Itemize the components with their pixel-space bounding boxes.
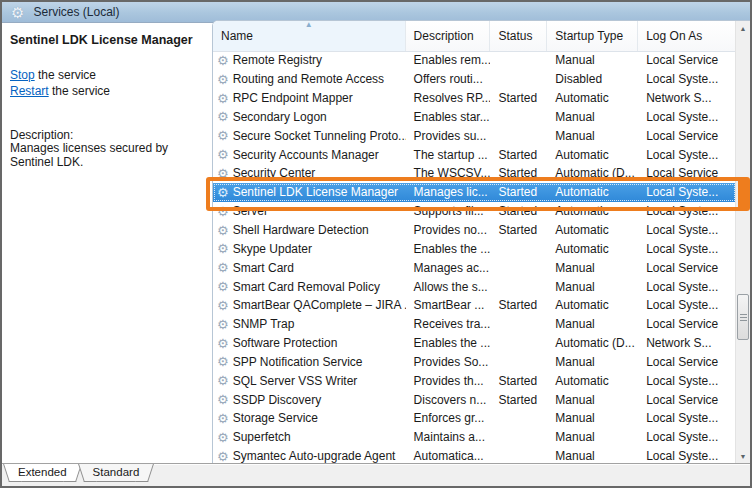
service-log-on-as: Local Syste... [638, 449, 736, 463]
service-name: SSDP Discovery [233, 393, 321, 407]
service-row[interactable]: ⚙Secure Socket Tunneling Proto... Provid… [213, 126, 736, 145]
service-log-on-as: Local Service [638, 261, 736, 275]
service-name: Security Accounts Manager [233, 148, 379, 162]
service-row[interactable]: ⚙Security Accounts Manager The startup .… [213, 145, 736, 164]
extended-info-panel: Sentinel LDK License Manager Stop the se… [2, 23, 212, 464]
service-rows: ⚙Remote Registry Enables rem... Manual L… [213, 51, 736, 464]
vertical-scrollbar[interactable]: ▲ ▼ [735, 21, 750, 464]
service-gear-icon: ⚙ [217, 73, 229, 86]
service-name-cell: ⚙Remote Registry [213, 53, 406, 67]
service-row[interactable]: ⚙Smart Card Manages ac... Manual Local S… [213, 258, 736, 277]
service-startup-type: Automatic [547, 91, 638, 105]
column-header-name-label: Name [221, 29, 253, 43]
list-header: ▲ Name Description Status Startup Type L… [213, 21, 736, 52]
service-log-on-as: Local Service [638, 166, 736, 180]
service-description: Resolves RP... [406, 91, 491, 105]
service-row[interactable]: ⚙Symantec Auto-upgrade Agent Automatica.… [213, 447, 736, 464]
service-log-on-as: Local Service [638, 393, 736, 407]
service-log-on-as: Local Syste... [638, 242, 736, 256]
service-row[interactable]: ⚙Skype Updater Enables the ... Automatic… [213, 239, 736, 258]
service-row[interactable]: ⚙Software Protection Enables the ... Aut… [213, 334, 736, 353]
service-name-cell: ⚙RPC Endpoint Mapper [213, 91, 406, 105]
service-name: SQL Server VSS Writer [233, 374, 358, 388]
service-description: Enables star... [406, 110, 491, 124]
view-tab-strip: Extended Standard [2, 463, 750, 486]
service-gear-icon: ⚙ [217, 299, 229, 312]
service-startup-type: Automatic [547, 223, 638, 237]
service-row[interactable]: ⚙SPP Notification Service Provides So...… [213, 353, 736, 372]
services-window: ⚙ Services (Local) Sentinel LDK License … [0, 0, 752, 488]
service-startup-type: Automatic [547, 242, 638, 256]
restart-service-text: the service [49, 84, 110, 98]
service-row[interactable]: ⚙SSDP Discovery Discovers n... Started M… [213, 390, 736, 409]
service-name-cell: ⚙Sentinel LDK License Manager [213, 185, 406, 199]
service-description: SmartBear ... [406, 298, 491, 312]
tab-standard[interactable]: Standard [87, 464, 146, 482]
service-name-cell: ⚙Smart Card Removal Policy [213, 280, 406, 294]
service-gear-icon: ⚙ [217, 205, 229, 218]
service-gear-icon: ⚙ [217, 355, 229, 368]
services-list: ▲ Name Description Status Startup Type L… [212, 20, 750, 464]
service-name-cell: ⚙Skype Updater [213, 242, 406, 256]
service-gear-icon: ⚙ [217, 393, 229, 406]
scroll-down-button[interactable]: ▼ [736, 449, 750, 464]
service-name: Routing and Remote Access [233, 72, 384, 86]
service-name-cell: ⚙SQL Server VSS Writer [213, 374, 406, 388]
service-row[interactable]: ⚙RPC Endpoint Mapper Resolves RP... Star… [213, 89, 736, 108]
scrollbar-grip [740, 314, 747, 321]
service-startup-type: Manual [547, 393, 638, 407]
service-row[interactable]: ⚙Shell Hardware Detection Provides no...… [213, 221, 736, 240]
service-row[interactable]: ⚙Routing and Remote Access Offers routi.… [213, 70, 736, 89]
service-gear-icon: ⚙ [217, 92, 229, 105]
service-name: Superfetch [233, 430, 291, 444]
tab-extended[interactable]: Extended [12, 464, 73, 482]
service-startup-type: Automatic [547, 374, 638, 388]
service-row[interactable]: ⚙SmartBear QAComplete – JIRA ... SmartBe… [213, 296, 736, 315]
service-name: Software Protection [233, 336, 338, 350]
service-row[interactable]: ⚙Superfetch Maintains a... Manual Local … [213, 428, 736, 447]
scroll-up-button[interactable]: ▲ [736, 21, 750, 36]
description-label: Description: [10, 128, 73, 142]
column-header-startup-type[interactable]: Startup Type [547, 21, 638, 51]
service-startup-type: Manual [547, 261, 638, 275]
service-startup-type: Manual [547, 110, 638, 124]
service-name-cell: ⚙Shell Hardware Detection [213, 223, 406, 237]
service-description: Provides So... [406, 355, 491, 369]
service-name: Smart Card Removal Policy [233, 280, 380, 294]
service-log-on-as: Local Syste... [638, 280, 736, 294]
service-row[interactable]: ⚙Remote Registry Enables rem... Manual L… [213, 51, 736, 70]
service-log-on-as: Network S... [638, 336, 736, 350]
service-name: Skype Updater [233, 242, 312, 256]
service-log-on-as: Local Syste... [638, 204, 736, 218]
service-gear-icon: ⚙ [217, 412, 229, 425]
service-row[interactable]: ⚙Secondary Logon Enables star... Manual … [213, 108, 736, 127]
service-description: Provides su... [406, 129, 491, 143]
service-row[interactable]: ⚙Storage Service Enforces gr... Manual L… [213, 409, 736, 428]
restart-service-link[interactable]: Restart [10, 84, 49, 98]
service-row[interactable]: ⚙SQL Server VSS Writer Provides th... St… [213, 371, 736, 390]
service-row[interactable]: ⚙Server Supports fil... Started Automati… [213, 202, 736, 221]
service-name-cell: ⚙Server [213, 204, 406, 218]
service-row[interactable]: ⚙Smart Card Removal Policy Allows the s.… [213, 277, 736, 296]
tab-extended-label: Extended [18, 466, 67, 478]
service-name-cell: ⚙Routing and Remote Access [213, 72, 406, 86]
column-header-status[interactable]: Status [490, 21, 547, 51]
column-header-name[interactable]: ▲ Name [213, 21, 406, 51]
column-header-description[interactable]: Description [406, 21, 491, 51]
service-row[interactable]: ⚙Sentinel LDK License Manager Manages li… [213, 183, 736, 202]
service-startup-type: Manual [547, 280, 638, 294]
service-startup-type: Automatic (D... [547, 166, 638, 180]
service-row[interactable]: ⚙Security Center The WSCSV... Started Au… [213, 164, 736, 183]
service-startup-type: Automatic [547, 148, 638, 162]
service-name: SmartBear QAComplete – JIRA ... [233, 298, 406, 312]
column-header-log-on-as[interactable]: Log On As [638, 21, 736, 51]
service-log-on-as: Local Syste... [638, 148, 736, 162]
service-description: Maintains a... [406, 430, 491, 444]
scrollbar-thumb[interactable] [737, 294, 749, 340]
stop-service-link[interactable]: Stop [10, 68, 35, 82]
column-header-status-label: Status [498, 29, 532, 43]
service-description: Offers routi... [406, 72, 491, 86]
service-row[interactable]: ⚙SNMP Trap Receives tra... Manual Local … [213, 315, 736, 334]
service-gear-icon: ⚙ [217, 129, 229, 142]
tab-standard-label: Standard [93, 466, 140, 478]
